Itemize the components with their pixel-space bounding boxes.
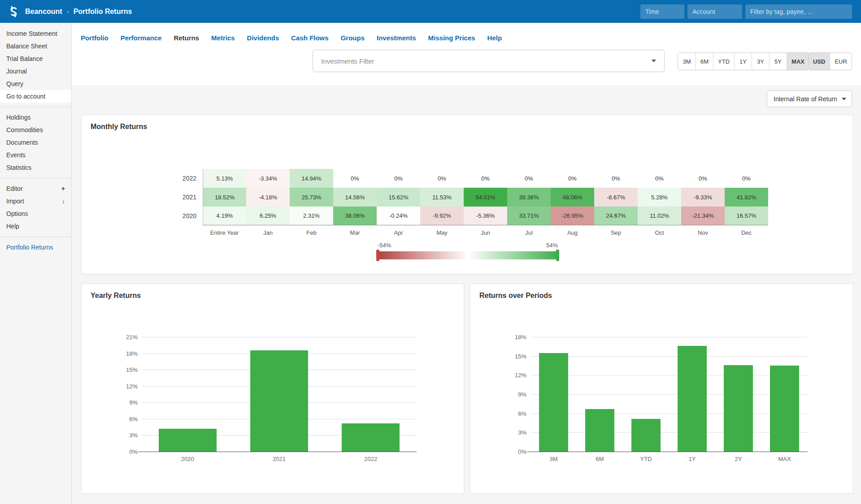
sidebar-item-label: Statistics [6, 164, 31, 172]
sidebar-item-holdings[interactable]: Holdings [0, 111, 71, 124]
sidebar-item-portfolio-returns[interactable]: Portfolio Returns [0, 241, 71, 254]
sidebar-divider [0, 107, 71, 107]
tab-missing-prices[interactable]: Missing Prices [428, 34, 475, 42]
heatmap-cell-2020-nov: -21.34% [681, 207, 725, 225]
heatmap-cell-2022-may: 0% [420, 169, 464, 188]
heatmap-cell-2020-feb: 2.31% [290, 207, 333, 225]
x-axis-line [138, 452, 417, 452]
heatmap-row-label-2021: 2021 [167, 188, 203, 207]
range-button-3m[interactable]: 3M [678, 53, 696, 70]
tab-portfolio[interactable]: Portfolio [81, 34, 109, 42]
heatmap-cell-2022-sep: 0% [594, 169, 638, 188]
heatmap-cell-2022-jul: 0% [507, 169, 551, 188]
sidebar-item-documents[interactable]: Documents [0, 136, 71, 149]
y-tick-label: 9% [518, 391, 526, 398]
bar-2022 [342, 423, 400, 452]
range-button-6m[interactable]: 6M [696, 53, 713, 70]
heatmap-cell-2022-entire-year: 5.13% [203, 169, 246, 188]
tab-investments[interactable]: Investments [377, 34, 416, 42]
tab-cash-flows[interactable]: Cash Flows [291, 34, 328, 42]
heatmap-cell-2021-nov: -9.33% [681, 188, 725, 207]
range-button-max[interactable]: MAX [787, 53, 809, 70]
sidebar-item-label: Trial Balance [6, 55, 43, 63]
currency-button-eur[interactable]: EUR [830, 53, 851, 70]
heatmap-cell-2022-feb: 14.94% [290, 169, 333, 188]
heatmap-cell-2022-jun: 0% [464, 169, 507, 188]
y-tick-label: 6% [518, 410, 526, 417]
bar-2y [724, 365, 753, 452]
global-filters [640, 4, 852, 19]
sidebar-divider [0, 178, 71, 178]
sidebar-item-events[interactable]: Events [0, 149, 71, 161]
heatmap-cell-2021-apr: 15.62% [377, 188, 420, 207]
heatmap-column-label-nov: Nov [681, 225, 725, 239]
download-arrow-icon[interactable]: ↓ [62, 197, 65, 205]
time-range-button-group: 3M6MYTD1Y3Y5YMAX [678, 52, 809, 70]
sidebar-item-journal[interactable]: Journal [0, 65, 71, 78]
range-button-ytd[interactable]: YTD [713, 53, 734, 70]
sidebar-item-label: Holdings [6, 113, 30, 121]
sidebar-item-balance-sheet[interactable]: Balance Sheet [0, 40, 71, 52]
sidebar-item-help[interactable]: Help [0, 220, 71, 233]
chevron-down-icon [652, 60, 656, 62]
sidebar-item-go-to-account[interactable]: Go to account [0, 90, 71, 103]
sidebar-item-trial-balance[interactable]: Trial Balance [0, 52, 71, 65]
sidebar-item-import[interactable]: Import↓ [0, 195, 71, 207]
sidebar-item-commodities[interactable]: Commodities [0, 124, 71, 136]
tab-performance[interactable]: Performance [121, 34, 162, 42]
heatmap-cell-2021-may: 11.53% [420, 188, 464, 207]
fava-logo-icon[interactable] [7, 5, 20, 18]
sidebar-item-options[interactable]: Options [0, 207, 71, 220]
heatmap-cell-2020-may: -9.92% [420, 207, 464, 225]
investments-filter-select[interactable]: Investments Filter [313, 50, 665, 72]
heatmap-row-label-2020: 2020 [167, 207, 203, 225]
heatmap-column-label-mar: Mar [333, 225, 377, 239]
x-tick-label-2022: 2022 [364, 456, 377, 462]
return-method-dropdown[interactable]: Internal Rate of Return [767, 90, 852, 107]
heatmap-cell-2021-dec: 41.82% [725, 188, 768, 207]
heatmap-cell-2022-mar: 0% [333, 169, 377, 188]
bar-2021 [250, 350, 308, 452]
heatmap-cell-2020-dec: 16.57% [725, 207, 768, 225]
heatmap-cell-2021-jan: -4.18% [246, 188, 290, 207]
y-tick-label: 15% [126, 366, 138, 373]
y-tick-label: 3% [129, 432, 138, 439]
scale-handle-left[interactable] [376, 250, 379, 261]
scale-handle-right[interactable] [556, 250, 559, 261]
plus-icon[interactable]: + [61, 185, 65, 193]
heatmap-cell-2021-mar: 14.56% [333, 188, 377, 207]
heatmap-cell-2020-apr: -0.24% [377, 207, 420, 225]
sidebar-item-query[interactable]: Query [0, 78, 71, 90]
sidebar-item-editor[interactable]: Editor+ [0, 182, 71, 195]
currency-button-usd[interactable]: USD [809, 53, 830, 70]
bar-max [770, 366, 799, 452]
range-button-1y[interactable]: 1Y [734, 53, 752, 70]
brand-link[interactable]: Beancount [25, 8, 62, 16]
tab-groups[interactable]: Groups [341, 34, 365, 42]
time-filter-input[interactable] [640, 4, 684, 19]
bar-6m [585, 409, 614, 452]
top-bar: Beancount › Portfolio Returns [0, 0, 861, 23]
x-tick-label-max: MAX [778, 456, 791, 462]
heatmap-cell-2021-aug: 48.06% [551, 188, 594, 207]
sidebar-item-income-statement[interactable]: Income Statement [0, 27, 71, 40]
heatmap-cell-2021-jun: 54.01% [464, 188, 507, 207]
y-tick-label: 21% [126, 334, 138, 340]
color-scale-gradient[interactable] [378, 251, 558, 259]
gridline [142, 337, 417, 337]
sidebar-item-label: Query [6, 80, 23, 88]
tab-returns[interactable]: Returns [174, 34, 199, 42]
range-button-3y[interactable]: 3Y [752, 53, 769, 70]
breadcrumb-page-title[interactable]: Portfolio Returns [74, 8, 132, 16]
range-button-5y[interactable]: 5Y [769, 53, 787, 70]
heatmap-cell-2021-entire-year: 18.52% [203, 188, 246, 207]
tab-help[interactable]: Help [487, 34, 502, 42]
tag-payee-filter-input[interactable] [745, 4, 852, 19]
heatmap-cell-2022-dec: 0% [725, 169, 768, 188]
heatmap-column-label-feb: Feb [290, 225, 333, 239]
tab-metrics[interactable]: Metrics [211, 34, 235, 42]
account-filter-input[interactable] [687, 4, 742, 19]
tab-dividends[interactable]: Dividends [247, 34, 279, 42]
monthly-returns-title: Monthly Returns [82, 115, 852, 138]
sidebar-item-statistics[interactable]: Statistics [0, 161, 71, 174]
